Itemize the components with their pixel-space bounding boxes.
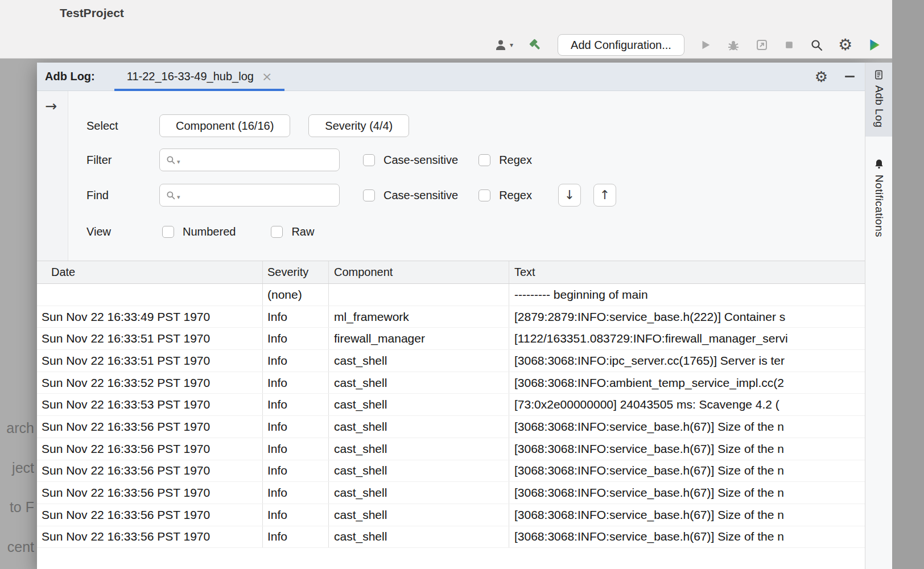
log-cell-severity: Info bbox=[263, 438, 329, 460]
find-case-sensitive-checkbox[interactable]: Case-sensitive bbox=[363, 189, 458, 202]
find-regex-checkbox[interactable]: Regex bbox=[478, 189, 532, 202]
log-row[interactable]: Sun Nov 22 16:33:56 PST 1970Infocast_she… bbox=[37, 460, 865, 483]
checkbox-box[interactable] bbox=[478, 154, 490, 166]
checkbox-box[interactable] bbox=[478, 189, 490, 201]
checkbox-box[interactable] bbox=[162, 226, 174, 238]
close-icon[interactable]: × bbox=[262, 71, 272, 83]
tool-tab-adb-log[interactable]: Adb Log bbox=[865, 63, 892, 137]
bg-text-fragment: ject bbox=[12, 460, 34, 476]
raw-checkbox[interactable]: Raw bbox=[271, 225, 314, 238]
log-row[interactable]: Sun Nov 22 16:33:53 PST 1970Infocast_she… bbox=[37, 394, 865, 416]
run-play-icon[interactable] bbox=[699, 39, 712, 51]
column-header-date[interactable]: Date bbox=[37, 261, 263, 283]
filter-input[interactable] bbox=[182, 153, 333, 167]
log-row[interactable]: Sun Nov 22 16:33:51 PST 1970Infofirewall… bbox=[37, 328, 865, 350]
minimize-icon[interactable] bbox=[845, 76, 855, 77]
checkbox-box[interactable] bbox=[271, 226, 283, 238]
log-cell-text: [3068:3068:INFO:service_base.h(67)] Size… bbox=[509, 460, 865, 482]
build-hammer-icon[interactable] bbox=[528, 38, 543, 52]
adb-log-icon bbox=[873, 69, 884, 80]
chevron-down-icon: ▾ bbox=[510, 42, 513, 48]
panel-gear-icon[interactable]: ⚙ bbox=[815, 69, 828, 84]
stop-icon[interactable] bbox=[783, 39, 795, 51]
severity-filter-button[interactable]: Severity (4/4) bbox=[308, 114, 409, 137]
search-history-chevron-icon[interactable]: ▾ bbox=[177, 194, 180, 200]
log-tab-label: 11-22_16-33-49_hub_log bbox=[127, 70, 254, 83]
log-cell-text: [3068:3068:INFO:service_base.h(67)] Size… bbox=[509, 416, 865, 438]
log-cell-date: Sun Nov 22 16:33:51 PST 1970 bbox=[37, 350, 263, 372]
column-header-text[interactable]: Text bbox=[509, 261, 865, 283]
search-icon bbox=[166, 155, 176, 165]
log-cell-text: [3068:3068:INFO:ambient_temp_service_imp… bbox=[509, 372, 865, 394]
log-row[interactable]: Sun Nov 22 16:33:51 PST 1970Infocast_she… bbox=[37, 350, 865, 372]
settings-gear-icon[interactable]: ⚙ bbox=[838, 37, 852, 53]
controls-gutter: → bbox=[37, 91, 68, 261]
log-cell-date: Sun Nov 22 16:33:56 PST 1970 bbox=[37, 416, 263, 438]
column-header-component[interactable]: Component bbox=[329, 261, 509, 283]
find-input[interactable] bbox=[182, 188, 333, 202]
right-tool-stripe: Adb Log Notifications bbox=[865, 63, 892, 569]
checkbox-label: Raw bbox=[291, 225, 314, 238]
log-cell-text: [3068:3068:INFO:service_base.h(67)] Size… bbox=[509, 482, 865, 504]
filter-case-sensitive-checkbox[interactable]: Case-sensitive bbox=[363, 154, 458, 167]
search-history-chevron-icon[interactable]: ▾ bbox=[177, 159, 180, 165]
filter-label: Filter bbox=[86, 154, 159, 167]
filter-regex-checkbox[interactable]: Regex bbox=[478, 154, 532, 167]
find-previous-button[interactable]: ↑ bbox=[593, 184, 616, 207]
log-cell-severity: Info bbox=[263, 482, 329, 504]
log-row[interactable]: Sun Nov 22 16:33:56 PST 1970Infocast_she… bbox=[37, 482, 865, 504]
checkbox-label: Regex bbox=[499, 154, 532, 167]
filter-search-field[interactable]: ▾ bbox=[159, 149, 340, 171]
log-cell-severity: Info bbox=[263, 504, 329, 526]
log-cell-text: [3068:3068:INFO:service_base.h(67)] Size… bbox=[509, 504, 865, 526]
checkbox-label: Case-sensitive bbox=[383, 154, 458, 167]
checkbox-box[interactable] bbox=[363, 189, 375, 201]
find-search-field[interactable]: ▾ bbox=[159, 184, 340, 207]
ide-colorful-icon[interactable] bbox=[867, 38, 882, 52]
add-configuration-button[interactable]: Add Configuration... bbox=[558, 34, 684, 56]
log-table-body: (none)--------- beginning of mainSun Nov… bbox=[37, 284, 865, 569]
checkbox-label: Regex bbox=[499, 189, 532, 202]
log-cell-text: --------- beginning of main bbox=[509, 284, 865, 306]
debug-icon[interactable] bbox=[727, 38, 740, 52]
log-row[interactable]: Sun Nov 22 16:33:56 PST 1970Infocast_she… bbox=[37, 416, 865, 438]
log-row[interactable]: Sun Nov 22 16:33:49 PST 1970Infoml_frame… bbox=[37, 306, 865, 328]
expand-arrow-icon[interactable]: → bbox=[45, 99, 57, 113]
log-row[interactable]: Sun Nov 22 16:33:56 PST 1970Infocast_she… bbox=[37, 504, 865, 526]
tool-tab-label: Notifications bbox=[873, 175, 885, 237]
log-cell-component: cast_shell bbox=[329, 526, 509, 548]
log-cell-severity: Info bbox=[263, 306, 329, 328]
select-row: Select Component (16/16) Severity (4/4) bbox=[86, 114, 409, 137]
log-cell-component bbox=[329, 284, 509, 306]
log-cell-date: Sun Nov 22 16:33:53 PST 1970 bbox=[37, 394, 263, 415]
user-account-button[interactable]: ▾ bbox=[494, 38, 513, 52]
log-cell-date: Sun Nov 22 16:33:49 PST 1970 bbox=[37, 306, 263, 328]
log-row[interactable]: Sun Nov 22 16:33:56 PST 1970Infocast_she… bbox=[37, 438, 865, 460]
profiler-icon[interactable] bbox=[755, 38, 769, 52]
log-cell-severity: (none) bbox=[263, 284, 329, 306]
column-header-severity[interactable]: Severity bbox=[263, 261, 329, 283]
dimmed-background-strip: arch ject to F cent vigat bbox=[0, 59, 37, 569]
log-cell-text: [73:0x2e00000000] 24043505 ms: Scavenge … bbox=[509, 394, 865, 415]
log-cell-component: cast_shell bbox=[329, 350, 509, 372]
component-filter-button[interactable]: Component (16/16) bbox=[159, 114, 290, 137]
find-next-button[interactable]: ↓ bbox=[558, 184, 581, 207]
log-cell-date: Sun Nov 22 16:33:56 PST 1970 bbox=[37, 526, 263, 548]
checkbox-box[interactable] bbox=[363, 154, 375, 166]
log-cell-date: Sun Nov 22 16:33:56 PST 1970 bbox=[37, 438, 263, 460]
main-toolbar: ▾ Add Configuration... ⚙ bbox=[494, 33, 882, 57]
filter-row: Filter ▾ Case-sensitive Regex bbox=[86, 149, 532, 171]
log-row[interactable]: (none)--------- beginning of main bbox=[37, 284, 865, 306]
log-row[interactable]: Sun Nov 22 16:33:56 PST 1970Infocast_she… bbox=[37, 526, 865, 549]
log-file-tab[interactable]: 11-22_16-33-49_hub_log × bbox=[114, 63, 285, 91]
log-table: Date Severity Component Text (none)-----… bbox=[37, 261, 865, 569]
tool-tab-notifications[interactable]: Notifications bbox=[865, 151, 892, 246]
panel-title: Adb Log: bbox=[45, 70, 95, 83]
log-cell-component: cast_shell bbox=[329, 504, 509, 526]
log-cell-severity: Info bbox=[263, 372, 329, 394]
log-cell-date bbox=[37, 284, 263, 306]
log-row[interactable]: Sun Nov 22 16:33:52 PST 1970Infocast_she… bbox=[37, 372, 865, 394]
numbered-checkbox[interactable]: Numbered bbox=[162, 225, 236, 238]
search-icon[interactable] bbox=[810, 38, 823, 52]
log-table-header: Date Severity Component Text bbox=[37, 261, 865, 284]
